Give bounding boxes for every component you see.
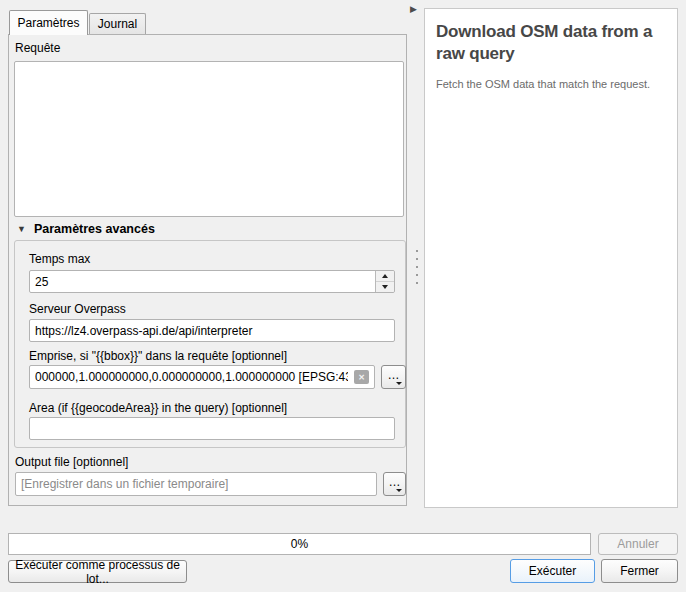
- progress-bar: 0%: [8, 533, 591, 555]
- menu-indicator-icon: [396, 489, 402, 492]
- run-as-batch-button[interactable]: Exécuter comme processus de lot...: [8, 560, 187, 583]
- extent-label: Emprise, si "{{bbox}}" dans la requête […: [29, 349, 287, 363]
- advanced-params-group: Temps max Serveur Overpass Emprise, si "…: [14, 240, 406, 448]
- help-panel-collapse-button[interactable]: ▶: [410, 4, 417, 14]
- area-input[interactable]: [29, 417, 395, 440]
- help-description: Fetch the OSM data that match the reques…: [436, 78, 666, 90]
- timeout-label: Temps max: [29, 252, 90, 266]
- help-panel: Download OSM data from a raw query Fetch…: [424, 8, 678, 508]
- run-button[interactable]: Exécuter: [510, 559, 595, 583]
- advanced-params-header[interactable]: ▼ Paramètres avancés: [17, 222, 155, 236]
- spin-buttons: [375, 271, 394, 292]
- server-label: Serveur Overpass: [29, 302, 126, 316]
- tab-journal[interactable]: Journal: [89, 13, 146, 34]
- clear-icon[interactable]: ✕: [354, 370, 369, 384]
- help-title: Download OSM data from a raw query: [436, 21, 666, 65]
- extent-browse-button[interactable]: …: [381, 365, 406, 389]
- spin-down-icon: [382, 285, 388, 289]
- spin-up-button[interactable]: [376, 271, 394, 282]
- output-file-input[interactable]: [15, 472, 377, 496]
- tab-parametres[interactable]: Paramètres: [9, 10, 88, 35]
- output-browse-label: …: [389, 475, 401, 489]
- parameters-pane: Requête ▼ Paramètres avancés Temps max S…: [8, 34, 407, 506]
- server-input[interactable]: [29, 319, 395, 342]
- query-textarea[interactable]: [14, 61, 404, 217]
- timeout-input[interactable]: [30, 271, 375, 292]
- output-browse-button[interactable]: …: [383, 472, 406, 496]
- collapse-arrow-icon: ▼: [17, 225, 26, 234]
- progress-text: 0%: [291, 537, 308, 551]
- timeout-spinbox[interactable]: [29, 270, 395, 293]
- output-file-label: Output file [optionnel]: [15, 455, 128, 469]
- query-label: Requête: [15, 41, 60, 55]
- cancel-button[interactable]: Annuler: [598, 533, 678, 555]
- menu-indicator-icon: [396, 382, 402, 385]
- close-button[interactable]: Fermer: [601, 559, 678, 583]
- area-label: Area (if {{geocodeArea}} in the query) […: [29, 401, 287, 415]
- extent-input[interactable]: [29, 365, 375, 389]
- extent-field-wrap: ✕: [29, 365, 375, 389]
- splitter-handle[interactable]: [416, 250, 418, 288]
- advanced-params-title: Paramètres avancés: [34, 222, 155, 236]
- spin-down-button[interactable]: [376, 282, 394, 292]
- extent-browse-label: …: [388, 368, 400, 382]
- spin-up-icon: [382, 274, 388, 278]
